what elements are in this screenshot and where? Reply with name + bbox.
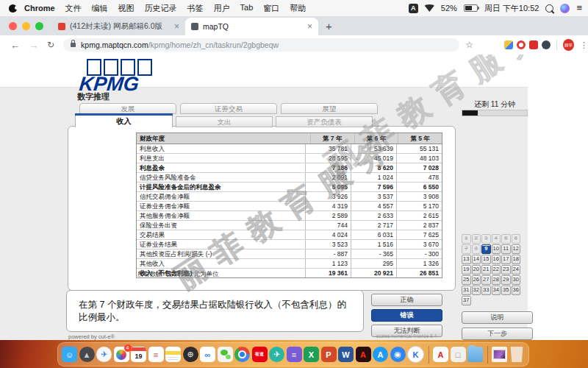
question-cell-11[interactable]: 11: [501, 244, 511, 254]
address-bar[interactable]: kpmg.maptqcn.com/kpmg/home/zh_cn/taskrun…: [63, 38, 459, 52]
question-cell-7[interactable]: 7: [462, 244, 471, 254]
menu-item-2[interactable]: 视图: [118, 3, 135, 14]
acrobat-icon[interactable]: A: [356, 347, 371, 362]
question-cell-35[interactable]: 35: [501, 286, 511, 295]
question-cell-19[interactable]: 19: [462, 265, 471, 275]
menu-app-name[interactable]: Chrome: [24, 4, 55, 13]
question-cell-31[interactable]: 31: [462, 286, 471, 295]
new-tab-button[interactable]: +: [326, 20, 332, 32]
siri-icon[interactable]: [560, 4, 570, 13]
chrome-icon[interactable]: [234, 347, 250, 362]
next-button[interactable]: 下一步: [462, 328, 533, 340]
scenario-tab-展望[interactable]: 展望: [281, 103, 378, 114]
baidu-netdisk-icon[interactable]: ∞: [200, 347, 215, 362]
question-cell-4[interactable]: 4: [492, 234, 501, 244]
question-cell-28[interactable]: 28: [492, 275, 501, 285]
scenario-tab-证券交易[interactable]: 证券交易: [180, 103, 277, 114]
answer-button-错误[interactable]: 错误: [371, 309, 442, 322]
question-cell-2[interactable]: 2: [472, 234, 481, 244]
question-cell-6[interactable]: 6: [512, 234, 521, 244]
extension-icon-1[interactable]: [504, 40, 513, 49]
notebook-icon[interactable]: □: [451, 347, 466, 362]
screenshot-file-icon[interactable]: [492, 347, 507, 362]
browser-tab[interactable]: (412封未读) 网易邮箱6.0版×: [52, 18, 185, 35]
question-cell-37[interactable]: 37: [462, 296, 471, 305]
apple-menu-icon[interactable]: [9, 4, 17, 13]
question-cell-14[interactable]: 14: [472, 255, 481, 264]
question-cell-34[interactable]: 34: [492, 286, 501, 295]
wifi-icon[interactable]: [425, 4, 434, 12]
question-cell-26[interactable]: 26: [472, 275, 481, 285]
question-cell-27[interactable]: 27: [481, 275, 491, 285]
chrome-menu-icon[interactable]: ⋮: [580, 40, 588, 50]
photos-icon[interactable]: 4: [114, 347, 129, 362]
excel-icon[interactable]: X: [304, 347, 319, 362]
helm-app-icon[interactable]: ⊕: [183, 347, 198, 362]
safari-icon[interactable]: ✈: [96, 347, 112, 362]
question-cell-16[interactable]: 16: [492, 255, 501, 264]
reminders-icon[interactable]: ≡: [148, 347, 164, 362]
menu-item-0[interactable]: 文件: [65, 3, 82, 14]
statement-tab-资产负债表[interactable]: 资产负债表: [276, 116, 373, 127]
youdao-icon[interactable]: 有道: [252, 347, 268, 362]
word-icon[interactable]: W: [338, 347, 354, 362]
tab-close-icon[interactable]: ×: [174, 23, 179, 30]
statement-tab-支出[interactable]: 支出: [176, 116, 273, 127]
menu-item-1[interactable]: 编辑: [92, 3, 108, 14]
statement-tab-收入[interactable]: 收入: [75, 116, 173, 127]
question-cell-32[interactable]: 32: [472, 286, 481, 295]
extension-icon-2[interactable]: [517, 40, 526, 49]
question-cell-10[interactable]: 10: [492, 244, 501, 254]
back-icon[interactable]: ←: [10, 40, 20, 51]
input-source-icon[interactable]: A: [409, 4, 418, 13]
question-cell-8[interactable]: 8: [472, 244, 481, 254]
trash-icon[interactable]: [509, 347, 525, 362]
close-window-button[interactable]: [9, 22, 17, 30]
question-cell-36[interactable]: 36: [512, 286, 521, 295]
reload-icon[interactable]: ↻: [47, 40, 54, 50]
answer-button-正确[interactable]: 正确: [371, 294, 442, 306]
menu-item-8[interactable]: 帮助: [290, 3, 306, 14]
question-cell-33[interactable]: 33: [481, 286, 491, 295]
scenario-tab-发展[interactable]: 发展: [79, 103, 176, 114]
calendar-icon[interactable]: 19: [131, 347, 146, 362]
menu-item-6[interactable]: Tab: [240, 3, 254, 14]
menu-item-3[interactable]: 历史记录: [145, 3, 177, 14]
question-cell-25[interactable]: 25: [462, 275, 471, 285]
extension-icon-4[interactable]: [542, 40, 551, 49]
profile-avatar[interactable]: 丽菲: [563, 39, 574, 51]
question-cell-9[interactable]: 9: [481, 244, 491, 254]
question-cell-30[interactable]: 30: [512, 275, 521, 285]
question-cell-1[interactable]: 1: [462, 234, 471, 244]
spotlight-icon[interactable]: [545, 4, 553, 13]
question-cell-17[interactable]: 17: [501, 255, 511, 264]
app-store-icon[interactable]: A: [373, 347, 388, 362]
padlock-icon[interactable]: [71, 43, 76, 47]
browser-tab[interactable]: mapTQ×: [185, 18, 318, 35]
question-cell-20[interactable]: 20: [472, 265, 481, 275]
question-cell-23[interactable]: 23: [501, 265, 511, 275]
tab-close-icon[interactable]: ×: [307, 23, 312, 30]
powerpoint-icon[interactable]: P: [321, 347, 337, 362]
forward-icon[interactable]: →: [29, 40, 38, 51]
launchpad-icon[interactable]: ▲: [79, 347, 95, 362]
zoom-window-button[interactable]: [35, 22, 43, 30]
menu-bar-clock[interactable]: 周日 下午10:52: [484, 3, 539, 14]
instructions-button[interactable]: 说明: [462, 311, 533, 324]
minimize-window-button[interactable]: [22, 22, 30, 30]
extension-icon-3[interactable]: [529, 40, 538, 49]
question-cell-22[interactable]: 22: [492, 265, 501, 275]
question-cell-21[interactable]: 21: [481, 265, 491, 275]
wechat-icon[interactable]: [218, 347, 233, 362]
notes-icon[interactable]: [165, 347, 181, 362]
menu-item-7[interactable]: 窗口: [263, 3, 279, 14]
bookmark-star-icon[interactable]: ☆: [465, 40, 473, 50]
menu-item-4[interactable]: 书签: [187, 3, 204, 14]
finder-icon[interactable]: ☺: [62, 347, 77, 362]
menu-item-5[interactable]: 用户: [214, 3, 230, 14]
k-app-icon[interactable]: K: [407, 346, 424, 363]
question-cell-12[interactable]: 12: [512, 244, 521, 254]
question-cell-15[interactable]: 15: [481, 255, 491, 264]
question-cell-3[interactable]: 3: [481, 234, 491, 244]
question-cell-5[interactable]: 5: [501, 234, 511, 244]
